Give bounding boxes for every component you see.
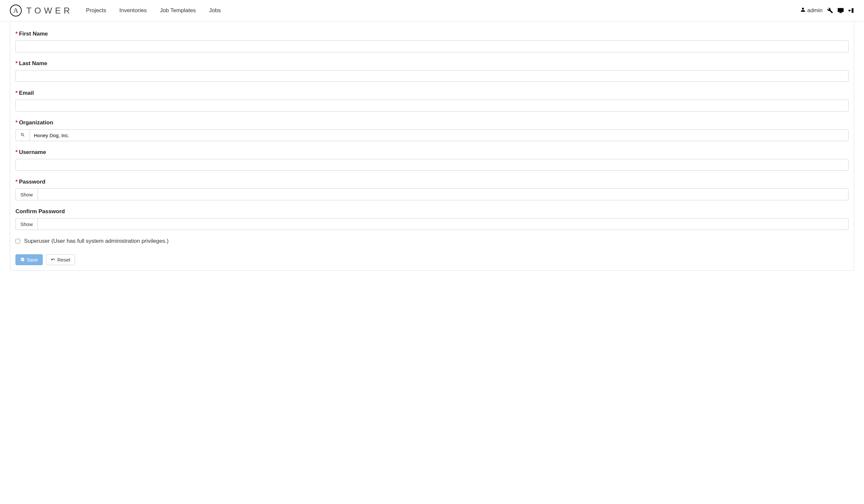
organization-input-group	[15, 129, 849, 141]
required-asterisk: *	[15, 149, 18, 155]
superuser-label: Superuser (User has full system administ…	[24, 238, 168, 244]
header-right: admin	[801, 7, 854, 14]
username-input[interactable]	[15, 159, 849, 171]
monitor-icon[interactable]	[838, 8, 844, 13]
required-asterisk: *	[15, 60, 18, 67]
confirm-password-group: Confirm Password Show	[15, 208, 849, 230]
undo-icon	[51, 257, 55, 263]
email-label: *Email	[15, 90, 849, 96]
email-input[interactable]	[15, 100, 849, 111]
required-asterisk: *	[15, 90, 18, 96]
required-asterisk: *	[15, 31, 18, 37]
last-name-group: *Last Name	[15, 60, 849, 82]
button-row: Save Reset	[15, 254, 849, 265]
form-panel: *First Name *Last Name *Email *Organizat…	[10, 21, 854, 271]
nav-jobs[interactable]: Jobs	[209, 7, 221, 14]
password-group: *Password Show	[15, 179, 849, 200]
required-asterisk: *	[15, 179, 18, 185]
last-name-input[interactable]	[15, 70, 849, 82]
search-icon	[20, 133, 25, 138]
svg-rect-0	[838, 8, 844, 12]
reset-button[interactable]: Reset	[46, 254, 75, 265]
password-show-button[interactable]: Show	[15, 189, 37, 200]
organization-search-button[interactable]	[15, 129, 29, 141]
superuser-checkbox[interactable]	[15, 239, 20, 243]
first-name-input[interactable]	[15, 40, 849, 52]
main-nav: Projects Inventories Job Templates Jobs	[86, 7, 221, 14]
header: A TOWER Projects Inventories Job Templat…	[0, 0, 864, 21]
username-group: *Username	[15, 149, 849, 171]
organization-input[interactable]	[29, 129, 849, 141]
confirm-password-show-button[interactable]: Show	[15, 218, 37, 230]
logo-text: TOWER	[26, 5, 73, 16]
organization-label: *Organization	[15, 119, 849, 126]
username-label: admin	[807, 7, 823, 14]
username-label: *Username	[15, 149, 849, 156]
check-icon	[20, 257, 25, 263]
required-asterisk: *	[15, 119, 18, 126]
logo-icon: A	[10, 4, 22, 16]
nav-projects[interactable]: Projects	[86, 7, 106, 14]
organization-group: *Organization	[15, 119, 849, 141]
settings-icon[interactable]	[827, 8, 833, 13]
confirm-password-input-group: Show	[15, 218, 849, 230]
confirm-password-label: Confirm Password	[15, 208, 849, 215]
logout-icon[interactable]	[848, 8, 854, 13]
svg-rect-2	[839, 12, 842, 13]
svg-rect-1	[840, 12, 842, 13]
nav-inventories[interactable]: Inventories	[119, 7, 147, 14]
logo-letter: A	[13, 6, 19, 15]
superuser-group: Superuser (User has full system administ…	[15, 238, 849, 244]
first-name-label: *First Name	[15, 31, 849, 37]
logo[interactable]: A TOWER	[10, 4, 73, 16]
password-input[interactable]	[37, 189, 849, 200]
password-input-group: Show	[15, 189, 849, 200]
user-link[interactable]: admin	[801, 7, 823, 14]
email-group: *Email	[15, 90, 849, 111]
nav-job-templates[interactable]: Job Templates	[160, 7, 196, 14]
last-name-label: *Last Name	[15, 60, 849, 67]
user-icon	[801, 7, 805, 14]
save-button[interactable]: Save	[15, 254, 43, 265]
first-name-group: *First Name	[15, 31, 849, 52]
password-label: *Password	[15, 179, 849, 185]
confirm-password-input[interactable]	[37, 218, 849, 230]
